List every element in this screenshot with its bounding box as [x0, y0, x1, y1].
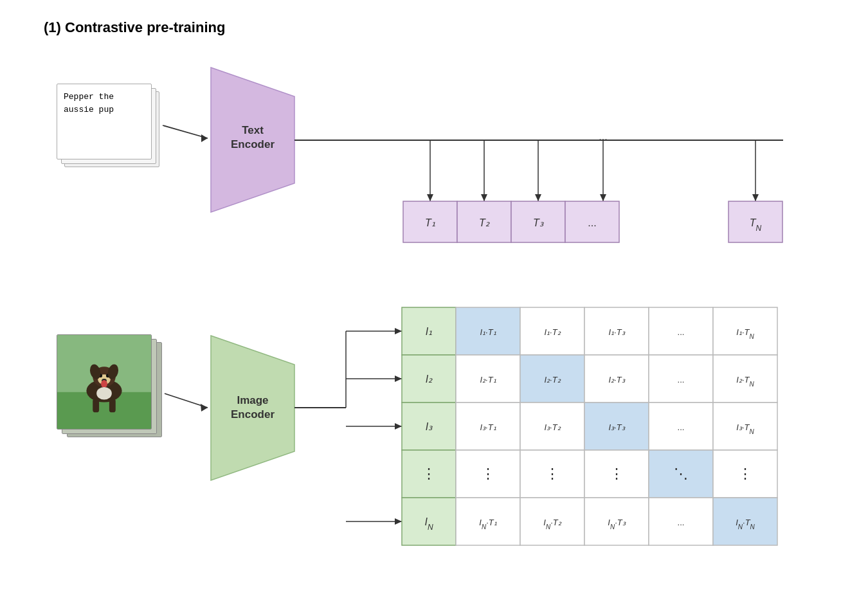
i-cell-dots	[402, 450, 456, 498]
t-cell-3	[511, 201, 565, 242]
matrix-cell-2-1	[520, 403, 584, 450]
diagram-svg: Text Encoder Image Encoder ... T₁	[44, 19, 815, 598]
t-label-n: TN	[750, 217, 762, 233]
text-cards-stack: Pepper the aussie pup	[57, 84, 159, 167]
arrowhead-i2	[395, 376, 402, 382]
text-card-line1: Pepper the	[64, 92, 114, 102]
matrix-label-2-0: I₃·T₁	[480, 422, 496, 432]
image-encoder-shape	[211, 336, 294, 480]
arrowhead-img-to-encoder	[201, 404, 208, 412]
arrowhead-drop-tn	[752, 194, 759, 201]
svg-point-13	[96, 387, 112, 400]
ellipsis-top: ...	[599, 131, 607, 142]
i-label-n: IN	[424, 516, 433, 532]
matrix-label-0-1: I₁·T₂	[544, 327, 561, 337]
matrix-cell-0-4	[713, 307, 777, 355]
t-cell-1	[403, 201, 457, 242]
matrix-cell-0-3	[649, 307, 713, 355]
t-label-2: T₂	[479, 217, 490, 228]
text-encoder-label1: Text	[242, 124, 264, 136]
t-cell-2	[457, 201, 511, 242]
matrix-cell-4-1	[520, 498, 584, 545]
matrix-cell-2-3	[649, 403, 713, 450]
matrix-label-1-4: I₂·TN	[736, 375, 754, 388]
i-cell-1	[402, 307, 456, 355]
t-label-3: T₃	[533, 217, 544, 228]
t-label-dots: ...	[588, 217, 596, 228]
matrix-label-1-1: I₂·T₂	[544, 375, 561, 385]
i-label-3: I₃	[426, 421, 433, 432]
arrow-img-to-encoder	[165, 394, 208, 408]
matrix-cell-4-2	[584, 498, 649, 545]
diagram-title: (1) Contrastive pre-training	[44, 19, 225, 36]
matrix-label-2-3: ...	[678, 422, 685, 432]
i-label-dots: ⋮	[422, 466, 436, 482]
matrix-cell-0-2	[584, 307, 649, 355]
t-cell-dots	[565, 201, 619, 242]
matrix-cell-2-2	[584, 403, 649, 450]
matrix-cell-0-0	[456, 307, 520, 355]
image-cards-stack	[57, 334, 166, 444]
arrowhead-drop-t2	[481, 194, 487, 201]
matrix-label-0-2: I₁·T₃	[608, 327, 625, 337]
matrix-label-4-2: IN·T₃	[608, 518, 626, 530]
matrix-label-3-1: ⋮	[545, 466, 559, 482]
matrix-label-2-4: I₃·TN	[736, 422, 754, 435]
svg-rect-15	[109, 399, 116, 413]
matrix-cell-4-0	[456, 498, 520, 545]
arrowhead-drop-dots	[600, 194, 606, 201]
matrix-label-2-2: I₃·T₃	[608, 422, 625, 432]
matrix-label-3-0: ⋮	[481, 466, 495, 482]
matrix-label-0-0: I₁·T₁	[480, 327, 496, 337]
text-encoder-shape	[211, 68, 294, 212]
matrix-cell-4-4	[713, 498, 777, 545]
text-card-line2: aussie pup	[64, 105, 114, 114]
t-cell-n	[728, 201, 782, 242]
arrow-text-to-encoder	[163, 125, 208, 138]
dog-img-front	[57, 335, 151, 429]
matrix-label-1-3: ...	[678, 375, 685, 385]
t-label-1: T₁	[425, 217, 435, 228]
matrix-cell-1-4	[713, 355, 777, 403]
matrix-label-0-4: I₁·TN	[736, 327, 754, 340]
text-encoder-label2: Encoder	[231, 138, 275, 150]
matrix-cell-1-2	[584, 355, 649, 403]
image-encoder-label2: Encoder	[231, 408, 275, 421]
img-card-front	[57, 334, 152, 430]
svg-point-10	[101, 380, 107, 388]
arrowhead-in	[395, 518, 402, 525]
matrix-label-3-4: ⋮	[738, 466, 752, 482]
matrix-cell-3-1	[520, 450, 584, 498]
matrix-cell-0-1	[520, 307, 584, 355]
arrowhead-i1	[395, 328, 402, 334]
matrix-cell-3-3	[649, 450, 713, 498]
matrix-cell-2-4	[713, 403, 777, 450]
matrix-cell-3-4	[713, 450, 777, 498]
matrix-label-4-1: IN·T₂	[543, 518, 561, 530]
matrix-cell-3-0	[456, 450, 520, 498]
matrix-label-4-0: IN·T₁	[479, 518, 496, 530]
text-card-front: Pepper the aussie pup	[57, 84, 152, 159]
i-cell-3	[402, 403, 456, 450]
svg-rect-14	[93, 399, 99, 413]
matrix-label-3-3: ⋱	[674, 466, 688, 482]
matrix-label-1-0: I₂·T₁	[480, 375, 496, 385]
matrix-cell-2-0	[456, 403, 520, 450]
i-label-1: I₁	[426, 326, 432, 337]
matrix-label-4-4: IN·TN	[736, 518, 755, 530]
matrix-label-1-2: I₂·T₃	[608, 375, 625, 385]
arrowhead-drop-t1	[427, 194, 433, 201]
matrix-label-3-2: ⋮	[610, 466, 624, 482]
matrix-cell-1-3	[649, 355, 713, 403]
i-cell-n	[402, 498, 456, 545]
arrowhead-text-to-encoder	[201, 134, 208, 142]
matrix-label-2-1: I₃·T₂	[544, 422, 561, 432]
matrix-cell-1-1	[520, 355, 584, 403]
matrix-cell-4-3	[649, 498, 713, 545]
matrix-label-4-3: ...	[678, 518, 685, 527]
matrix-cell-3-2	[584, 450, 649, 498]
arrowhead-drop-t3	[535, 194, 541, 201]
i-label-2: I₂	[426, 374, 433, 385]
matrix-label-0-3: ...	[678, 327, 685, 337]
arrowhead-i3	[395, 423, 402, 430]
